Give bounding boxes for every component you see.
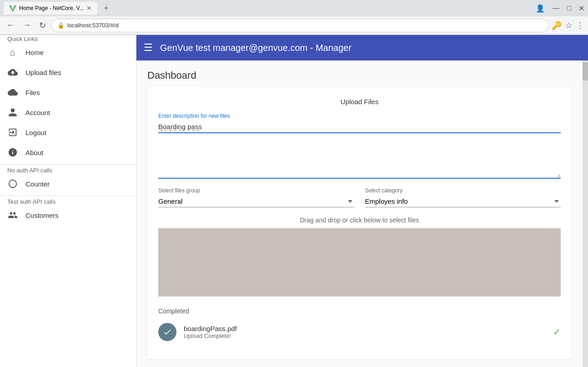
lock-icon: 🔒 (57, 22, 65, 29)
dropzone-text: Drag and drop or click below to select f… (158, 216, 561, 224)
window-controls: 👤 — □ ✕ (536, 4, 584, 13)
sidebar-counter-label: Counter (25, 180, 50, 188)
files-cloud-icon (7, 87, 18, 98)
notes-textarea[interactable] (158, 151, 561, 179)
file-name: boardingPass.pdf (184, 325, 546, 332)
sidebar-item-customers[interactable]: Customers (0, 205, 136, 225)
app-container: Quick Links ⌂ Home Upload files Files Ac… (0, 35, 588, 367)
bookmark-icon[interactable]: ☆ (565, 20, 573, 30)
dropzone-area[interactable] (158, 228, 561, 297)
selects-row: Select files group General Personal Work… (158, 187, 561, 207)
browser-toolbar-right: 🔑 ☆ ⋮ (552, 20, 584, 30)
svg-point-1 (9, 180, 17, 188)
quick-links-label: Quick Links (0, 35, 45, 45)
sidebar-item-logout[interactable]: Logout (0, 122, 136, 142)
file-item: boardingPass.pdf Upload Complete! ✓ (158, 319, 561, 345)
counter-icon (7, 178, 18, 189)
main-content: Dashboard Upload Files Enter description… (136, 60, 583, 367)
category-label: Select category (365, 187, 561, 194)
browser-toolbar: ← → ↻ 🔒 localhost:53703/#/d 🔑 ☆ ⋮ (0, 16, 588, 35)
file-info: boardingPass.pdf Upload Complete! (184, 325, 546, 339)
tab-close-button[interactable]: ✕ (86, 5, 92, 12)
browser-menu-icon[interactable]: ⋮ (576, 20, 584, 30)
hamburger-menu-icon[interactable]: ☰ (144, 42, 153, 54)
upload-card: Upload Files Enter description for new f… (147, 87, 572, 359)
upload-card-title: Upload Files (158, 98, 561, 106)
close-button[interactable]: ✕ (578, 4, 584, 13)
sidebar-item-about[interactable]: About (0, 142, 136, 162)
browser-titlebar: Home Page - NetCore, V... ✕ + 👤 — □ ✕ (0, 0, 588, 16)
no-auth-label: No auth API calls (0, 161, 60, 176)
app-bar-title: GenVue test manager@genvue.com - Manager (160, 43, 352, 53)
file-icon-circle (158, 323, 176, 341)
sidebar-item-counter[interactable]: Counter (0, 174, 136, 194)
about-icon (7, 147, 18, 158)
sidebar: Quick Links ⌂ Home Upload files Files Ac… (0, 35, 136, 367)
customers-icon (7, 210, 18, 221)
logout-icon (7, 127, 18, 138)
sidebar-files-label: Files (25, 89, 40, 96)
account-icon (7, 107, 18, 118)
new-tab-button[interactable]: + (101, 4, 111, 13)
sidebar-logout-label: Logout (25, 129, 46, 136)
sidebar-item-home[interactable]: ⌂ Home (0, 42, 136, 62)
sidebar-account-label: Account (25, 109, 50, 116)
scrollbar[interactable] (583, 60, 588, 367)
description-input[interactable] (158, 121, 561, 133)
sidebar-customers-label: Customers (25, 211, 59, 219)
browser-tab[interactable]: Home Page - NetCore, V... ✕ (4, 2, 97, 15)
file-check-icon: ✓ (553, 327, 561, 337)
address-bar[interactable]: 🔒 localhost:53703/#/d (51, 19, 549, 32)
page-title: Dashboard (136, 60, 583, 87)
category-select[interactable]: Employes info Documents Other (365, 196, 561, 207)
scrollbar-thumb[interactable] (583, 62, 588, 80)
description-label: Enter description for new files (158, 113, 561, 119)
completed-section: Completed boardingPass.pdf Upload Comple… (158, 304, 561, 348)
upload-cloud-icon (7, 67, 18, 78)
sidebar-upload-label: Upload files (25, 69, 61, 76)
home-icon: ⌂ (7, 47, 18, 58)
profile-icon[interactable]: 👤 (536, 4, 545, 13)
tab-favicon (9, 5, 16, 12)
app-bar: ☰ GenVue test manager@genvue.com - Manag… (136, 35, 588, 60)
file-status: Upload Complete! (184, 332, 546, 339)
category-select-group: Select category Employes info Documents … (365, 187, 561, 207)
back-button[interactable]: ← (4, 20, 17, 31)
sidebar-item-upload-files[interactable]: Upload files (0, 62, 136, 82)
browser-chrome: Home Page - NetCore, V... ✕ + 👤 — □ ✕ ← … (0, 0, 588, 35)
sidebar-item-files[interactable]: Files (0, 82, 136, 102)
url-text: localhost:53703/#/d (67, 22, 543, 29)
svg-marker-0 (9, 5, 16, 12)
forward-button[interactable]: → (20, 20, 34, 31)
tab-title: Home Page - NetCore, V... (19, 5, 84, 11)
sidebar-item-account[interactable]: Account (0, 102, 136, 122)
files-group-select-group: Select files group General Personal Work (158, 187, 354, 207)
refresh-button[interactable]: ↻ (36, 20, 49, 31)
completed-label: Completed (158, 307, 561, 315)
test-auth-label: Test auth API calls (0, 193, 63, 208)
files-group-label: Select files group (158, 187, 354, 194)
minimize-button[interactable]: — (552, 4, 559, 12)
maximize-button[interactable]: □ (567, 4, 571, 12)
sidebar-about-label: About (25, 149, 43, 156)
sidebar-home-label: Home (25, 49, 44, 56)
files-group-select[interactable]: General Personal Work (158, 196, 354, 207)
key-icon[interactable]: 🔑 (552, 20, 562, 30)
